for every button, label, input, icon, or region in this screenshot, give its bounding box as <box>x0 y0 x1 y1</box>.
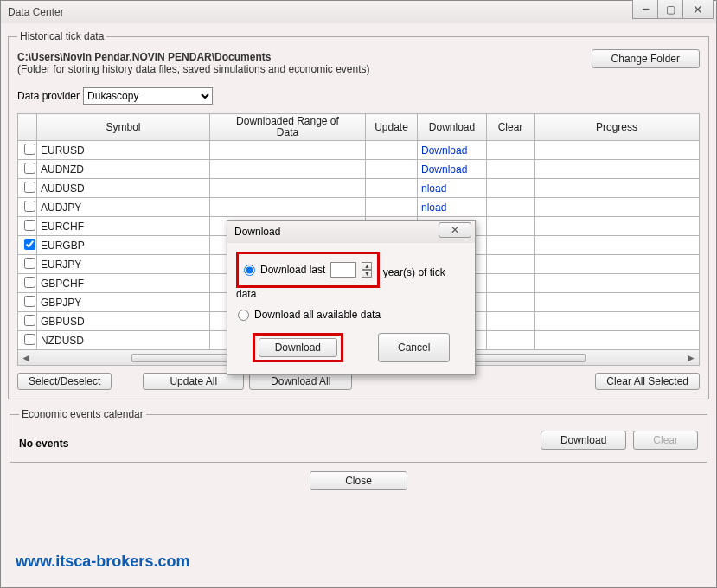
economic-clear-button[interactable]: Clear <box>633 431 698 450</box>
row-checkbox[interactable] <box>24 220 35 231</box>
update-all-button[interactable]: Update All <box>143 373 244 390</box>
row-checkbox[interactable] <box>24 163 35 174</box>
row-symbol: EURJPY <box>37 255 210 274</box>
table-row: AUDJPYnload <box>18 198 700 217</box>
row-symbol: AUDNZD <box>37 160 210 179</box>
row-symbol: AUDUSD <box>37 179 210 198</box>
window-title: Data Center <box>8 6 64 18</box>
folder-note: (Folder for storing history data files, … <box>17 63 370 75</box>
dialog-close-icon[interactable]: ✕ <box>439 222 471 238</box>
download-all-button[interactable]: Download All <box>249 373 352 390</box>
row-symbol: GBPUSD <box>37 312 210 331</box>
maximize-icon[interactable]: ▢ <box>657 0 683 19</box>
no-events-label: No events <box>19 438 68 450</box>
radio-download-last[interactable] <box>244 265 255 276</box>
row-checkbox[interactable] <box>24 258 35 269</box>
row-symbol: AUDJPY <box>37 198 210 217</box>
row-checkbox[interactable] <box>24 277 35 288</box>
economic-download-button[interactable]: Download <box>541 431 626 450</box>
col-clear: Clear <box>487 114 535 141</box>
row-symbol: GBPJPY <box>37 293 210 312</box>
table-row: AUDUSDnload <box>18 179 700 198</box>
row-checkbox[interactable] <box>24 296 35 307</box>
row-checkbox[interactable] <box>24 201 35 212</box>
table-row: AUDNZDDownload <box>18 160 700 179</box>
folder-path: C:\Users\Novin Pendar.NOVIN PENDAR\Docum… <box>17 51 370 63</box>
provider-label: Data provider <box>17 90 80 102</box>
watermark: www.itsca-brokers.com <box>16 553 189 571</box>
select-deselect-button[interactable]: Select/Deselect <box>17 373 112 390</box>
years-spinner[interactable]: ▲▼ <box>362 262 372 278</box>
clear-all-selected-button[interactable]: Clear All Selected <box>595 373 700 390</box>
change-folder-button[interactable]: Change Folder <box>592 49 700 68</box>
row-checkbox[interactable] <box>24 182 35 193</box>
row-symbol: EURCHF <box>37 217 210 236</box>
dialog-download-button[interactable]: Download <box>259 338 337 357</box>
row-symbol: EURUSD <box>37 141 210 160</box>
close-button[interactable]: Close <box>310 471 407 490</box>
row-download-link[interactable]: Download <box>421 144 467 157</box>
historical-legend: Historical tick data <box>17 30 106 42</box>
economic-legend: Economic events calendar <box>19 408 146 420</box>
col-range: Downloaded Range ofData <box>210 114 366 141</box>
row-checkbox[interactable] <box>24 334 35 345</box>
close-icon[interactable]: ✕ <box>682 0 714 19</box>
row-checkbox[interactable] <box>24 144 35 155</box>
table-row: EURUSDDownload <box>18 141 700 160</box>
col-progress: Progress <box>535 114 700 141</box>
row-download-link[interactable]: nload <box>421 182 446 195</box>
minimize-icon[interactable]: ━ <box>632 0 658 19</box>
scroll-left-icon[interactable]: ◄ <box>18 352 34 364</box>
col-update: Update <box>366 114 418 141</box>
radio-download-all-label: Download all available data <box>254 309 381 321</box>
radio-download-all[interactable] <box>238 310 249 321</box>
provider-select[interactable]: Dukascopy <box>83 87 213 105</box>
radio-download-last-label: Download last <box>260 264 325 276</box>
col-download: Download <box>418 114 487 141</box>
row-symbol: EURGBP <box>37 236 210 255</box>
economic-group: Economic events calendar No events Downl… <box>10 408 707 463</box>
dialog-title: Download <box>234 226 280 238</box>
row-checkbox[interactable] <box>24 315 35 326</box>
row-checkbox[interactable] <box>24 239 35 250</box>
highlight-download-button: Download <box>253 333 343 362</box>
row-symbol: GBPCHF <box>37 274 210 293</box>
row-symbol: NZDUSD <box>37 331 210 350</box>
scroll-right-icon[interactable]: ► <box>683 352 699 364</box>
highlight-radio-last: Download last ▲▼ <box>236 252 380 288</box>
row-download-link[interactable]: Download <box>421 163 467 176</box>
years-input[interactable] <box>330 262 356 278</box>
col-symbol: Symbol <box>37 114 210 141</box>
row-download-link[interactable]: nload <box>421 201 446 214</box>
dialog-cancel-button[interactable]: Cancel <box>378 333 450 362</box>
download-dialog: Download ✕ Download last ▲▼ year(s) of t… <box>227 220 476 375</box>
